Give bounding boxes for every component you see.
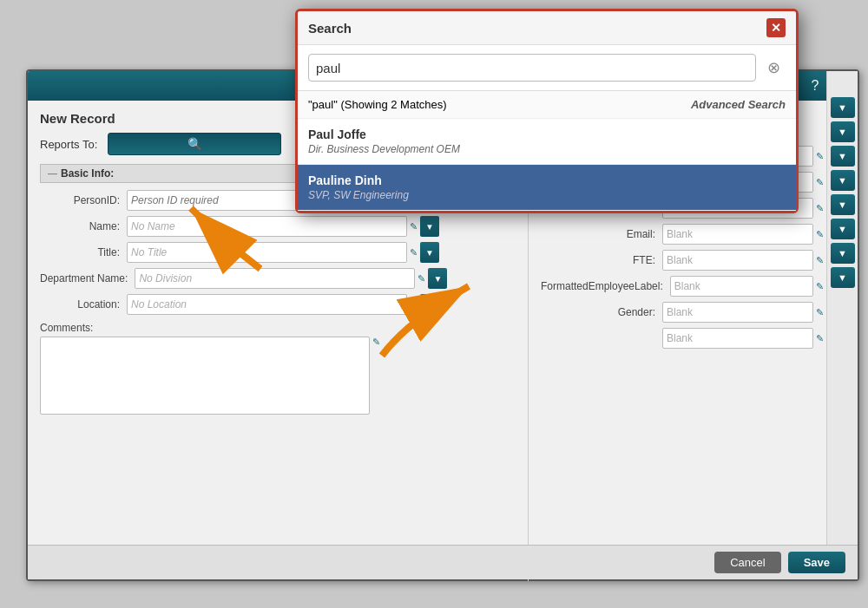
location-input-container: ✎ ▼	[127, 294, 439, 315]
right-sidebar: ▼ ▼ ▼ ▼ ▼ ▼ ▼ ▼	[826, 71, 858, 579]
gender-edit-icon[interactable]: ✎	[816, 307, 824, 318]
location-label: Location:	[40, 298, 127, 311]
fte-edit-icon[interactable]: ✎	[816, 255, 824, 266]
title-label: Title:	[40, 246, 127, 258]
dept-num-edit-icon[interactable]: ✎	[816, 177, 824, 188]
comments-label: Comments:	[40, 322, 516, 334]
basic-info-label: Basic Info:	[61, 167, 114, 180]
gender-input[interactable]	[662, 302, 813, 323]
name-chevron[interactable]: ▼	[420, 216, 439, 237]
dept-edit-icon[interactable]: ✎	[418, 273, 425, 284]
formatted-label-row: FormattedEmployeeLabel: ✎ ▼	[541, 276, 845, 297]
sidebar-chevron-1[interactable]: ▼	[831, 97, 855, 118]
last-input-container: ✎ ▼	[662, 328, 845, 349]
formatted-label-edit-icon[interactable]: ✎	[816, 281, 824, 292]
location-row: Location: ✎ ▼	[40, 294, 516, 315]
save-button[interactable]: Save	[788, 552, 845, 573]
email-label: Email:	[541, 228, 662, 240]
dept-input[interactable]	[135, 268, 415, 289]
dept-label: Department Name:	[40, 272, 135, 284]
gender-row: Gender: ✎ ▼	[541, 302, 845, 323]
title-input-container: ✎ ▼	[127, 242, 439, 263]
fte-row: FTE: ✎ ▼	[541, 250, 845, 271]
dept-chevron[interactable]: ▼	[428, 268, 447, 289]
formatted-label-input-container: ✎ ▼	[670, 276, 845, 297]
search-clear-button[interactable]: ⊗	[761, 56, 786, 80]
location-chevron[interactable]: ▼	[420, 294, 439, 315]
reports-to-input[interactable]: 🔍	[108, 133, 281, 155]
sidebar-chevron-7[interactable]: ▼	[831, 243, 855, 264]
dept-row: Department Name: ✎ ▼	[40, 268, 516, 289]
sidebar-chevron-4[interactable]: ▼	[831, 170, 855, 191]
search-input-row: ⊗	[298, 45, 796, 91]
fte-label: FTE:	[541, 254, 662, 266]
email-input[interactable]	[662, 224, 813, 245]
search-result-item-2[interactable]: Pauline Dinh SVP, SW Engineering	[298, 165, 796, 211]
email-edit-icon[interactable]: ✎	[816, 229, 824, 240]
result-subtitle-2: SVP, SW Engineering	[308, 189, 786, 201]
contractor-edit-icon[interactable]: ✎	[816, 151, 824, 162]
result-name-2: Pauline Dinh	[308, 173, 786, 187]
cancel-button[interactable]: Cancel	[714, 552, 780, 573]
title-input[interactable]	[127, 242, 407, 263]
name-edit-icon[interactable]: ✎	[410, 221, 418, 232]
search-input[interactable]	[308, 54, 756, 82]
title-row: Title: ✎ ▼	[40, 242, 516, 263]
name-input-container: ✎ ▼	[127, 216, 439, 237]
comments-section: Comments: ✎	[40, 322, 516, 415]
dialog-footer: Cancel Save	[28, 545, 858, 579]
dotted-id-edit-icon[interactable]: ✎	[816, 203, 824, 214]
fte-input-container: ✎ ▼	[662, 250, 845, 271]
result-subtitle-1: Dir. Business Development OEM	[308, 143, 786, 155]
formatted-label-label: FormattedEmployeeLabel:	[541, 280, 670, 292]
name-label: Name:	[40, 220, 127, 232]
search-results-header: "paul" (Showing 2 Matches) Advanced Sear…	[298, 91, 796, 119]
reports-to-label: Reports To:	[40, 138, 101, 151]
sidebar-chevron-2[interactable]: ▼	[831, 121, 855, 142]
gender-input-container: ✎ ▼	[662, 302, 845, 323]
formatted-label-input[interactable]	[670, 276, 813, 297]
sidebar-chevron-6[interactable]: ▼	[831, 219, 855, 239]
comments-textarea[interactable]	[40, 337, 370, 415]
search-result-item-1[interactable]: Paul Joffe Dir. Business Development OEM	[298, 119, 796, 165]
gender-label: Gender:	[541, 306, 662, 318]
last-input[interactable]	[662, 328, 813, 349]
title-edit-icon[interactable]: ✎	[410, 247, 418, 258]
fte-input[interactable]	[662, 250, 813, 271]
comments-textarea-wrapper: ✎	[40, 337, 516, 415]
result-name-1: Paul Joffe	[308, 127, 786, 141]
advanced-search-link[interactable]: Advanced Search	[691, 98, 786, 111]
last-row: ✎ ▼	[541, 328, 845, 349]
search-icon: 🔍	[187, 137, 202, 151]
search-dialog: Search ✕ ⊗ "paul" (Showing 2 Matches) Ad…	[295, 9, 799, 213]
name-input[interactable]	[127, 216, 407, 237]
email-row: Email: ✎ ▼	[541, 224, 845, 245]
search-matches-text: "paul" (Showing 2 Matches)	[308, 98, 447, 111]
name-row: Name: ✎ ▼	[40, 216, 516, 237]
help-button[interactable]: ?	[806, 76, 825, 95]
search-dialog-header: Search ✕	[298, 11, 796, 45]
sidebar-chevron-8[interactable]: ▼	[831, 267, 855, 288]
person-id-label: PersonID:	[40, 194, 127, 206]
comments-edit-icon[interactable]: ✎	[372, 337, 380, 348]
email-input-container: ✎ ▼	[662, 224, 845, 245]
location-edit-icon[interactable]: ✎	[410, 299, 418, 311]
title-chevron[interactable]: ▼	[420, 242, 439, 263]
location-input[interactable]	[127, 294, 407, 315]
last-edit-icon[interactable]: ✎	[816, 333, 824, 344]
sidebar-chevron-5[interactable]: ▼	[831, 194, 855, 215]
dept-input-container: ✎ ▼	[135, 268, 447, 289]
search-dialog-title: Search	[308, 21, 352, 36]
sidebar-chevron-3[interactable]: ▼	[831, 146, 855, 167]
search-close-button[interactable]: ✕	[766, 18, 786, 37]
